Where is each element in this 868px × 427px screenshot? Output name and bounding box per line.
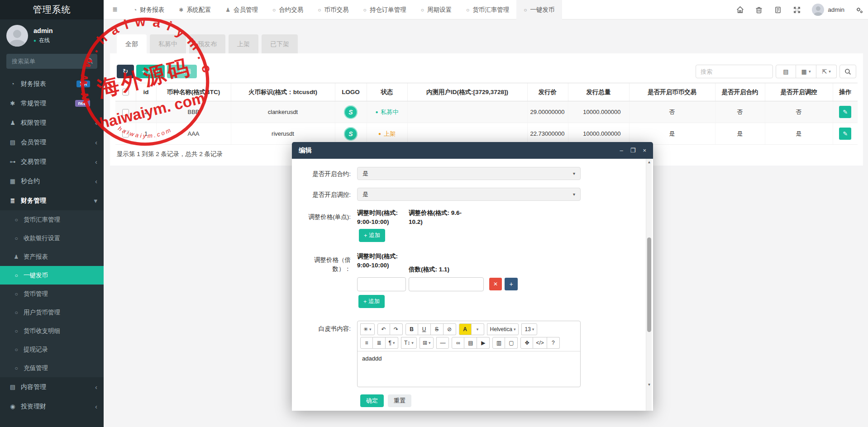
restore-icon[interactable]: ❐ [630, 147, 636, 154]
sidebar-item-trade-mgmt[interactable]: ⊶交易管理‹ [0, 152, 104, 171]
video-button[interactable]: ▶ [477, 337, 490, 349]
fullscreen-button[interactable]: ✥ [520, 337, 533, 349]
tab-all[interactable]: 全部 [117, 34, 147, 53]
append-single-button[interactable]: +追加 [359, 229, 385, 242]
topnav-item-exchange-rate[interactable]: ○货币汇率管理 [459, 0, 516, 19]
sidebar-item-general-mgmt[interactable]: ✱常规管理new [0, 94, 104, 113]
sidebar-subitem-withdraw-record[interactable]: ○提现记录 [0, 340, 104, 359]
scroll-up-icon[interactable]: ▲ [646, 160, 652, 164]
sidebar-subitem-currency-detail[interactable]: ○货币收支明细 [0, 322, 104, 340]
scrollbar-thumb[interactable] [647, 237, 651, 332]
tab-private-sale[interactable]: 私募中 [150, 34, 186, 53]
font-family-dropdown[interactable]: Helvetica▾ [487, 323, 519, 335]
table-search-input[interactable] [696, 65, 773, 78]
user-menu[interactable]: admin [812, 4, 844, 16]
row-checkbox[interactable] [122, 131, 129, 138]
home-icon[interactable] [736, 6, 744, 14]
sidebar-subitem-one-key-issue[interactable]: ○一键发币 [0, 266, 104, 285]
modal-scrollbar[interactable]: ▲ ▼ [646, 159, 652, 411]
search-button[interactable] [839, 65, 856, 78]
ordered-list-button[interactable]: ≣ [373, 337, 386, 349]
font-color-button[interactable]: A [459, 323, 472, 335]
tab-delisted[interactable]: 已下架 [262, 34, 298, 53]
topnav-item-system-config[interactable]: ✱系统配置 [172, 0, 218, 19]
minimize-icon[interactable]: – [620, 147, 623, 154]
help-button[interactable]: ? [547, 337, 560, 349]
sidebar-item-permission-mgmt[interactable]: ♟权限管理‹ [0, 113, 104, 133]
fullscreen-icon[interactable] [793, 6, 801, 14]
row-edit-button[interactable]: ✎ [839, 106, 851, 118]
tab-listed[interactable]: 上架 [229, 34, 258, 53]
sidebar-subitem-exchange-rate[interactable]: ○货币汇率管理 [0, 210, 104, 229]
topnav-item-coin-trade[interactable]: ○币币交易 [310, 0, 356, 19]
sidebar-subitem-user-currency[interactable]: ○用户货币管理 [0, 303, 104, 322]
export-button[interactable]: ⇱▾ [816, 65, 837, 78]
multiple-factor-input[interactable] [409, 277, 484, 291]
line-height-button[interactable]: T↕▾ [401, 337, 417, 349]
file-button[interactable]: ▢ [505, 337, 518, 349]
sidebar-item-member-mgmt[interactable]: ▤会员管理‹ [0, 133, 104, 152]
font-size-dropdown[interactable]: 13▾ [521, 323, 537, 335]
unordered-list-button[interactable]: ≡ [360, 337, 373, 349]
trash-icon[interactable] [755, 6, 763, 14]
sidebar-item-content-mgmt[interactable]: ▤内容管理‹ [0, 377, 104, 397]
settings-gears-icon[interactable] [855, 6, 863, 14]
row-edit-button[interactable]: ✎ [839, 128, 851, 140]
sidebar-item-finance-report[interactable]: ◔财务报表hot [0, 74, 104, 94]
columns-button[interactable]: ▦▾ [796, 65, 816, 78]
redo-button[interactable]: ↷ [390, 323, 403, 335]
clear-cache-icon[interactable] [774, 6, 782, 14]
table-button[interactable]: ⊞▾ [420, 337, 434, 349]
select-all-checkbox[interactable] [122, 89, 129, 95]
scroll-down-icon[interactable]: ▼ [646, 383, 652, 387]
confirm-button[interactable]: 确定 [360, 394, 384, 407]
codeview-button[interactable]: </> [533, 337, 547, 349]
append-multiple-button[interactable]: +追加 [358, 295, 385, 308]
topnav-item-finance-report[interactable]: ◔财务报表 [126, 0, 172, 19]
style-button[interactable]: ✳▾ [360, 323, 375, 335]
undo-button[interactable]: ↶ [377, 323, 390, 335]
sidebar-subitem-bank-setting[interactable]: ○收款银行设置 [0, 229, 104, 247]
horizontal-rule-button[interactable]: — [436, 337, 449, 349]
contract-enabled-select[interactable]: 是▾ [357, 167, 581, 180]
clear-format-button[interactable]: ⊘ [444, 323, 456, 335]
link-button[interactable]: ∞ [452, 337, 464, 349]
modal-header[interactable]: 编辑 – ❐ × [292, 142, 653, 159]
underline-button[interactable]: U [418, 323, 431, 335]
sidebar-item-investment[interactable]: ◉投资理财‹ [0, 397, 104, 416]
paragraph-button[interactable]: ¶▾ [386, 337, 398, 349]
sidebar-subitem-currency-mgmt[interactable]: ○货币管理 [0, 285, 104, 303]
topnav-item-period-setting[interactable]: ○周期设置 [414, 0, 459, 19]
sidebar-item-finance-mgmt[interactable]: ≣财务管理▾ [0, 191, 104, 210]
caret-down-icon: ▾ [369, 327, 372, 332]
font-color-dropdown[interactable]: ▾ [472, 323, 484, 335]
search-icon[interactable] [86, 57, 93, 64]
bold-button[interactable]: B [405, 323, 418, 335]
sidebar-search-input[interactable] [6, 54, 97, 69]
cell-huobi-symbol: clankerusdt [231, 101, 335, 123]
multiple-time-input[interactable] [357, 277, 406, 291]
edit-button[interactable]: ✎编辑 [167, 65, 197, 78]
reset-button[interactable]: 重置 [388, 394, 411, 407]
sidebar-subitem-recharge-mgmt[interactable]: ○充值管理 [0, 359, 104, 377]
close-icon[interactable]: × [643, 147, 646, 154]
topnav-item-contract-trade[interactable]: ○合约交易 [265, 0, 310, 19]
topnav-item-member-mgmt[interactable]: ♟会员管理 [218, 0, 265, 19]
strikethrough-button[interactable]: S [431, 323, 444, 335]
picture-button[interactable]: ▤ [464, 337, 477, 349]
topnav-item-position-orders[interactable]: ○持仓订单管理 [356, 0, 414, 19]
sidebar-subitem-asset-report[interactable]: ♟资产报表 [0, 247, 104, 266]
hamburger-icon[interactable]: ≡ [104, 0, 126, 19]
regulate-enabled-select[interactable]: 是▾ [357, 188, 581, 201]
sidebar-item-second-contract[interactable]: ▦秒合约‹ [0, 171, 104, 191]
editor-content[interactable]: adaddd [358, 351, 580, 375]
remove-row-button[interactable]: ✕ [489, 278, 502, 290]
document-button[interactable]: ▥ [492, 337, 505, 349]
add-button[interactable]: +添加 [136, 65, 165, 78]
detail-view-button[interactable]: ▤ [776, 65, 796, 78]
tab-pre-release[interactable]: 预发布 [189, 34, 225, 53]
refresh-button[interactable]: ↻ [117, 65, 134, 78]
topnav-item-one-key-issue[interactable]: ○一键发币 [516, 0, 562, 19]
add-row-button[interactable]: + [505, 278, 518, 290]
row-checkbox[interactable] [122, 109, 129, 116]
